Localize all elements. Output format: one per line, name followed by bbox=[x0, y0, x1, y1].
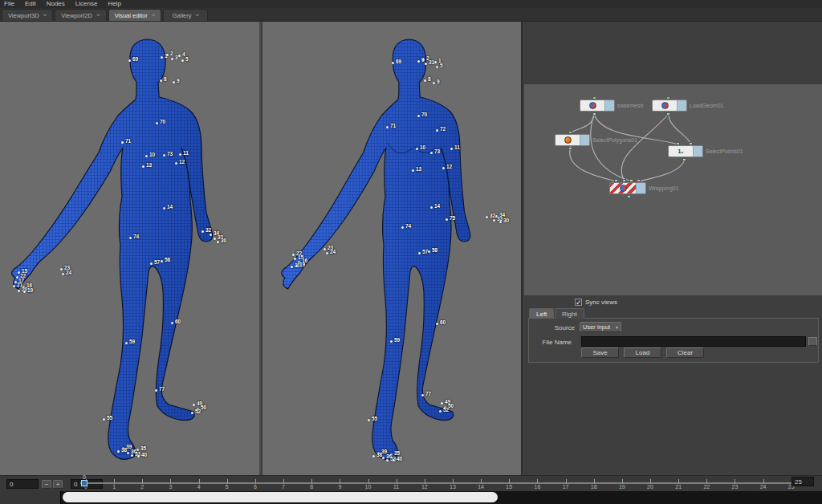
menu-item-license[interactable]: License bbox=[75, 0, 98, 8]
close-icon[interactable]: × bbox=[195, 12, 199, 18]
node-input-pin[interactable] bbox=[568, 131, 572, 134]
node-input-pin[interactable] bbox=[637, 179, 641, 182]
landmark-label: 9 bbox=[437, 79, 440, 84]
landmark-dot bbox=[372, 455, 375, 457]
sync-views-checkbox[interactable]: ✓ bbox=[575, 299, 582, 306]
landmark-label: 40 bbox=[141, 452, 147, 457]
landmark-label: 57 bbox=[154, 259, 160, 265]
landmark-label: 58 bbox=[165, 257, 170, 262]
landmark-label: 40 bbox=[397, 456, 402, 461]
landmark-label: 8 bbox=[164, 76, 167, 82]
frame-start-field[interactable]: 0 bbox=[6, 479, 39, 489]
tab-viewport3d[interactable]: Viewport3D× bbox=[2, 9, 53, 21]
viewport-3d-right[interactable] bbox=[262, 22, 523, 475]
file-browse-button[interactable] bbox=[808, 337, 817, 346]
menu-item-help[interactable]: Help bbox=[108, 0, 120, 8]
landmark-label: 71 bbox=[125, 138, 131, 144]
timeline-ruler[interactable] bbox=[80, 482, 791, 484]
landmark-dot bbox=[13, 285, 15, 287]
node-loadgeom01[interactable]: LoadGeom01 bbox=[652, 100, 687, 112]
landmark-dot bbox=[446, 218, 448, 221]
timeline-scrollbar-handle[interactable] bbox=[63, 492, 498, 502]
frame-increment-button[interactable]: + bbox=[53, 480, 63, 489]
source-dropdown[interactable]: User input ▾ bbox=[580, 322, 621, 332]
landmark-dot bbox=[422, 59, 425, 61]
save-button[interactable]: Save bbox=[581, 348, 619, 358]
landmark-label: 72 bbox=[440, 126, 446, 132]
node-accent-strip bbox=[677, 100, 686, 111]
landmark-label: 13 bbox=[146, 162, 152, 168]
landmark-dot bbox=[62, 273, 64, 275]
polygons-icon bbox=[564, 136, 572, 144]
landmark-label: 55 bbox=[107, 415, 112, 421]
tab-left[interactable]: Left bbox=[529, 308, 554, 319]
node-selectpoints01[interactable]: 1₂SelectPoints01 bbox=[668, 145, 703, 157]
landmark-label: 77 bbox=[425, 391, 431, 396]
landmark-dot bbox=[326, 252, 328, 254]
menu-item-file[interactable]: File bbox=[4, 0, 14, 8]
close-icon[interactable]: × bbox=[96, 12, 100, 18]
node-output-pin[interactable] bbox=[682, 158, 686, 161]
landmark-label: 24 bbox=[66, 270, 71, 275]
landmark-label: 52 bbox=[443, 407, 449, 413]
landmark-dot bbox=[294, 258, 296, 260]
landmark-dot bbox=[121, 141, 124, 144]
landmark-label: 70 bbox=[160, 119, 165, 124]
landmark-dot bbox=[18, 290, 20, 292]
close-icon[interactable]: × bbox=[43, 12, 47, 18]
node-input-pin[interactable] bbox=[676, 142, 680, 145]
landmark-dot bbox=[292, 254, 295, 256]
node-input-pin[interactable] bbox=[622, 179, 626, 182]
landmark-dot bbox=[125, 342, 128, 344]
landmark-dot bbox=[417, 60, 420, 63]
tab-right[interactable]: Right bbox=[555, 308, 584, 319]
landmark-dot bbox=[128, 59, 131, 62]
landmark-dot bbox=[178, 55, 181, 57]
node-input-pin[interactable] bbox=[592, 96, 596, 100]
tab-visual-editor[interactable]: Visual editor× bbox=[108, 9, 162, 21]
landmark-label: 59 bbox=[394, 337, 400, 343]
landmark-dot bbox=[439, 410, 442, 413]
tab-viewport2d[interactable]: Viewport2D× bbox=[55, 9, 106, 21]
landmark-dot bbox=[181, 59, 184, 62]
viewport-3d-left[interactable] bbox=[0, 22, 261, 475]
menu-item-edit[interactable]: Edit bbox=[25, 0, 36, 8]
close-icon[interactable]: × bbox=[152, 12, 156, 18]
landmark-dot bbox=[171, 322, 173, 324]
landmark-dot bbox=[163, 207, 165, 209]
current-frame-marker[interactable] bbox=[81, 480, 87, 486]
node-output-pin[interactable] bbox=[592, 112, 596, 116]
node-input-pin[interactable] bbox=[629, 179, 633, 182]
landmark-dot bbox=[382, 457, 385, 459]
landmark-label: 14 bbox=[167, 204, 173, 209]
node-basemesh[interactable]: basemesh bbox=[580, 100, 615, 112]
node-output-pin[interactable] bbox=[666, 112, 670, 116]
tab-gallery[interactable]: Gallery× bbox=[163, 9, 208, 21]
action-buttons-row: SaveLoadClear bbox=[581, 348, 704, 358]
ruler-tick-label: 23 bbox=[732, 484, 739, 490]
node-wrapping01[interactable]: Wrapping01 bbox=[609, 182, 646, 194]
node-output-pin[interactable] bbox=[568, 147, 572, 150]
landmark-dot bbox=[392, 62, 394, 64]
node-label: SelectPoints01 bbox=[706, 148, 743, 154]
frame-end-field[interactable]: 25 bbox=[791, 477, 814, 486]
node-selectpolygons01[interactable]: SelectPolygons01 bbox=[555, 134, 590, 146]
file-name-input[interactable] bbox=[581, 336, 806, 347]
frame-decrement-button[interactable]: − bbox=[42, 480, 51, 489]
landmark-label: 55 bbox=[372, 416, 377, 421]
node-input-pin[interactable] bbox=[666, 96, 670, 100]
node-output-pin[interactable] bbox=[627, 195, 631, 198]
node-label: Wrapping01 bbox=[649, 185, 679, 191]
ruler-tick-label: 21 bbox=[675, 484, 682, 490]
landmark-dot bbox=[127, 452, 129, 454]
node-input-pin[interactable] bbox=[614, 179, 618, 182]
landmark-dot bbox=[117, 450, 120, 453]
timeline-scroll-track[interactable] bbox=[0, 491, 822, 504]
ruler-tick-label: 11 bbox=[393, 484, 399, 490]
node-input-pin[interactable] bbox=[689, 142, 693, 145]
landmark-dot bbox=[179, 153, 181, 156]
load-button[interactable]: Load bbox=[624, 348, 661, 358]
clear-button[interactable]: Clear bbox=[666, 348, 704, 358]
menu-item-nodes[interactable]: Nodes bbox=[47, 0, 65, 8]
node-label: basemesh bbox=[617, 103, 643, 108]
